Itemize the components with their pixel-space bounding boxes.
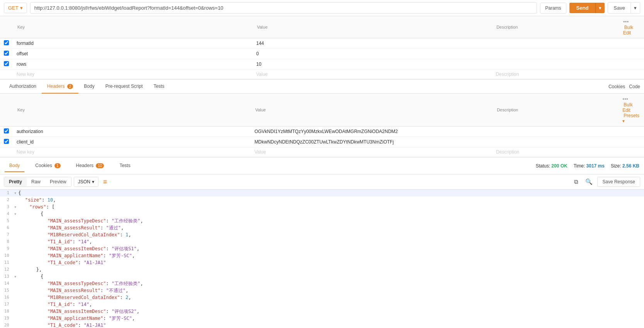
line-content-3: ▾ "rows": [ bbox=[14, 203, 641, 210]
search-button[interactable]: 🔍 bbox=[583, 177, 595, 186]
wrap-icon[interactable]: ≡ bbox=[101, 177, 110, 187]
header-value-1: MDkwNDcyNDEtNDQzZC00ZTUwLTkwZDYtNDkwMTU3… bbox=[255, 139, 394, 145]
param-value-0: 144 bbox=[256, 41, 264, 46]
send-button[interactable]: Send bbox=[569, 3, 596, 13]
line-number-18: 18 bbox=[3, 308, 14, 315]
code-link[interactable]: Code bbox=[629, 84, 640, 89]
line-content-9: "MAIN_assessItemDesc": "评估项S1", bbox=[14, 245, 641, 252]
format-tabs: Pretty Raw Preview bbox=[4, 177, 71, 187]
collapse-triangle-3[interactable]: ▾ bbox=[14, 203, 17, 210]
save-response-button[interactable]: Save Response bbox=[597, 177, 640, 187]
collapse-triangle-1[interactable]: ▾ bbox=[14, 190, 17, 196]
checkbox-col-header bbox=[0, 16, 13, 38]
code-line-13: 13▾ { bbox=[0, 273, 644, 280]
key-col-header: Key bbox=[13, 16, 252, 38]
code-line-8: 8 "T1_A_id": "14", bbox=[0, 238, 644, 245]
more-options-icon[interactable]: ••• bbox=[623, 19, 629, 25]
resp-tab-tests[interactable]: Tests bbox=[115, 160, 135, 172]
line-content-16: "M18ReservedCol_dataIndex": 2, bbox=[14, 294, 641, 301]
cookies-badge: 1 bbox=[54, 163, 61, 168]
code-line-19: 19 "MAIN_applicantName": "罗芳-SC", bbox=[0, 315, 644, 322]
code-area[interactable]: 1▾{2 "size": 10,3▾ "rows": [4▾ {5 "MAIN_… bbox=[0, 190, 644, 328]
line-number-20: 20 bbox=[3, 322, 14, 328]
header-new-desc: Description bbox=[496, 149, 519, 155]
line-number-15: 15 bbox=[3, 287, 14, 294]
time-label: Time: 3017 ms bbox=[574, 163, 605, 169]
line-number-4: 4 bbox=[3, 210, 14, 217]
header-actions-col: ••• Bulk Edit Presets ▾ bbox=[618, 94, 644, 126]
json-format-select[interactable]: JSON ▾ bbox=[74, 177, 99, 187]
table-row: offset 0 bbox=[0, 49, 644, 59]
code-line-1: 1▾{ bbox=[0, 190, 644, 196]
actions-col-header: ••• Bulk Edit bbox=[619, 16, 644, 38]
params-button[interactable]: Params bbox=[540, 3, 566, 14]
header-checkbox-1[interactable] bbox=[4, 139, 9, 144]
line-content-2: "size": 10, bbox=[14, 196, 641, 203]
code-line-3: 3▾ "rows": [ bbox=[0, 203, 644, 210]
header-bulk-edit-link[interactable]: Bulk Edit bbox=[622, 102, 632, 113]
format-pretty-button[interactable]: Pretty bbox=[4, 177, 27, 186]
header-new-row: New key Value Description bbox=[0, 147, 644, 157]
line-number-6: 6 bbox=[3, 224, 14, 231]
line-content-14: "MAIN_assessTypeDesc": "工作经验类", bbox=[14, 280, 641, 287]
bulk-edit-link[interactable]: Bulk Edit bbox=[623, 25, 633, 36]
headers-badge: 2 bbox=[67, 84, 73, 89]
json-chevron-icon: ▾ bbox=[92, 179, 94, 184]
status-label: Status: 200 OK bbox=[536, 163, 568, 169]
method-select[interactable]: GET ▾ bbox=[4, 3, 27, 13]
tab-tests[interactable]: Tests bbox=[148, 80, 170, 94]
param-checkbox-2[interactable] bbox=[4, 61, 9, 66]
code-line-10: 10 "MAIN_applicantName": "罗芳-SC", bbox=[0, 252, 644, 259]
format-raw-button[interactable]: Raw bbox=[27, 177, 45, 186]
response-status-bar: Status: 200 OK Time: 3017 ms Size: 2.56 … bbox=[536, 163, 639, 169]
new-desc-placeholder: Description bbox=[496, 72, 519, 77]
code-line-12: 12 }, bbox=[0, 266, 644, 273]
code-line-20: 20 "T1_A_code": "A1-JA1" bbox=[0, 322, 644, 328]
line-content-19: "MAIN_applicantName": "罗芳-SC", bbox=[14, 315, 641, 322]
new-key-placeholder: New key bbox=[17, 72, 34, 77]
line-content-5: "MAIN_assessTypeDesc": "工作经验类", bbox=[14, 217, 641, 224]
code-line-2: 2 "size": 10, bbox=[0, 196, 644, 203]
value-col-header: Value bbox=[252, 16, 492, 38]
copy-button[interactable]: ⧉ bbox=[572, 177, 581, 186]
resp-tab-headers[interactable]: Headers 10 bbox=[71, 160, 109, 172]
resp-tab-cookies[interactable]: Cookies 1 bbox=[31, 160, 65, 172]
header-more-icon[interactable]: ••• bbox=[622, 96, 628, 102]
header-row-1: client_id MDkwNDcyNDEtNDQzZC00ZTUwLTkwZD… bbox=[0, 137, 644, 147]
tab-body[interactable]: Body bbox=[78, 80, 100, 94]
send-dropdown-button[interactable]: ▾ bbox=[595, 3, 605, 13]
response-toolbar: Pretty Raw Preview JSON ▾ ≡ ⧉ 🔍 Save Res… bbox=[0, 174, 644, 190]
param-checkbox-1[interactable] bbox=[4, 51, 9, 56]
tab-authorization[interactable]: Authorization bbox=[4, 80, 42, 94]
header-new-value: Value bbox=[255, 149, 266, 155]
line-number-5: 5 bbox=[3, 217, 14, 224]
save-button[interactable]: Save bbox=[608, 2, 631, 14]
line-number-14: 14 bbox=[3, 280, 14, 287]
new-param-row: New key Value Description bbox=[0, 70, 644, 79]
tab-pre-request-script[interactable]: Pre-request Script bbox=[100, 80, 148, 94]
line-content-7: "M18ReservedCol_dataIndex": 1, bbox=[14, 231, 641, 238]
line-content-13: ▾ { bbox=[14, 273, 641, 280]
line-number-10: 10 bbox=[3, 252, 14, 259]
header-desc-col: Description bbox=[492, 94, 618, 126]
header-checkbox-0[interactable] bbox=[4, 128, 9, 133]
save-dropdown-button[interactable]: ▾ bbox=[631, 2, 640, 14]
url-input[interactable] bbox=[30, 2, 537, 14]
time-value: 3017 ms bbox=[586, 163, 605, 169]
resp-tab-body[interactable]: Body bbox=[5, 160, 24, 172]
line-content-8: "T1_A_id": "14", bbox=[14, 238, 641, 245]
param-checkbox-0[interactable] bbox=[4, 40, 9, 45]
param-value-2: 10 bbox=[256, 62, 261, 67]
code-line-7: 7 "M18ReservedCol_dataIndex": 1, bbox=[0, 231, 644, 238]
collapse-triangle-13[interactable]: ▾ bbox=[14, 273, 17, 280]
method-label: GET bbox=[8, 5, 19, 11]
tab-headers[interactable]: Headers 2 bbox=[42, 80, 78, 94]
format-preview-button[interactable]: Preview bbox=[45, 177, 71, 186]
line-number-19: 19 bbox=[3, 315, 14, 322]
collapse-triangle-4[interactable]: ▾ bbox=[14, 210, 17, 217]
cookies-link[interactable]: Cookies bbox=[608, 84, 625, 89]
send-btn-group: Send ▾ bbox=[569, 3, 605, 13]
request-tabs: Authorization Headers 2 Body Pre-request… bbox=[0, 80, 644, 94]
header-presets-button[interactable]: Presets ▾ bbox=[622, 113, 639, 124]
code-line-4: 4▾ { bbox=[0, 210, 644, 217]
